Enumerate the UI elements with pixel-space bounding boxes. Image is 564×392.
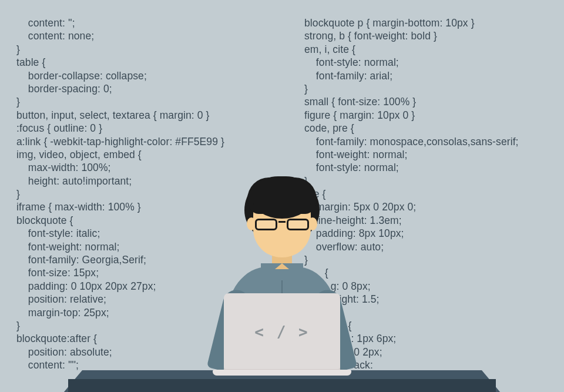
laptop-base <box>213 370 351 376</box>
glasses-bridge <box>278 221 286 223</box>
glasses-lens-right <box>287 219 309 230</box>
laptop-back: < / > <box>224 293 340 371</box>
glasses-icon <box>255 219 309 232</box>
glasses-lens-left <box>255 219 277 230</box>
collar-left <box>261 263 282 281</box>
collar-right <box>282 263 303 281</box>
code-icon: < / > <box>254 323 309 341</box>
desk-front <box>68 379 496 392</box>
